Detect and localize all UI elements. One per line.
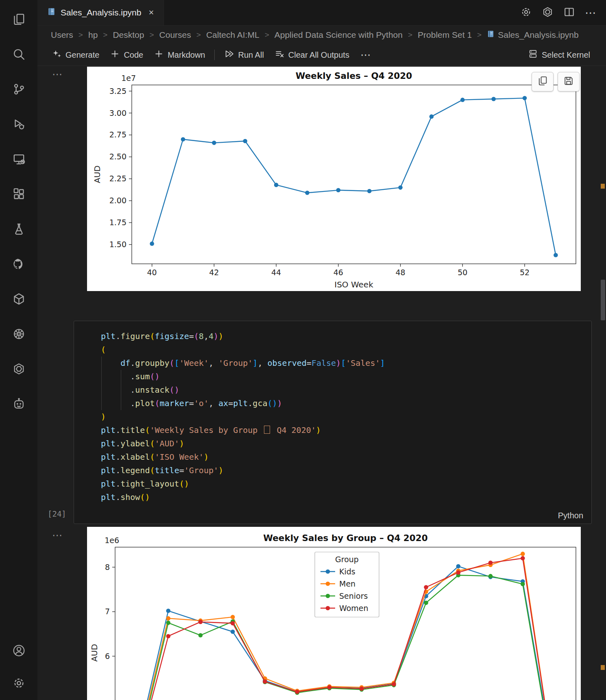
- svg-text:46: 46: [334, 268, 343, 277]
- output-cell-2: ⋯ 6781e6Weekly Sales by Group – Q4 2020A…: [37, 527, 606, 700]
- breadcrumb: Users>hp>Desktop>Courses>Caltech AI:ML>A…: [37, 26, 606, 44]
- add-code-button[interactable]: Code: [105, 47, 148, 63]
- chart-output-weekly-sales: 1.501.752.002.252.502.753.003.2540424446…: [87, 67, 581, 291]
- github-icon[interactable]: [9, 254, 28, 274]
- docker-icon[interactable]: [9, 289, 28, 309]
- code-editor[interactable]: plt.figure(figsize=(8,4))( df.groupby(['…: [74, 321, 591, 504]
- code-line[interactable]: plt.ylabel('AUD'): [101, 437, 591, 450]
- add-markdown-button[interactable]: Markdown: [148, 47, 210, 63]
- tab-sales-analysis[interactable]: Sales_Analysis.ipynb ×: [37, 0, 164, 25]
- breadcrumb-item[interactable]: Problem Set 1: [418, 30, 472, 40]
- svg-text:3.25: 3.25: [109, 87, 126, 96]
- notebook-icon: [47, 7, 56, 18]
- output-cell-1: ⋯ 1.501.752.002.252.502.753.003.25404244…: [37, 66, 606, 291]
- chart-output-weekly-sales-by-group: 6781e6Weekly Sales by Group – Q4 2020AUD…: [87, 527, 581, 700]
- svg-text:44: 44: [271, 268, 281, 277]
- remote-explorer-icon[interactable]: [9, 149, 28, 169]
- explorer-icon[interactable]: [9, 9, 28, 29]
- kubernetes-icon[interactable]: [9, 324, 28, 343]
- breadcrumb-item[interactable]: Caltech AI:ML: [206, 30, 259, 40]
- run-all-button[interactable]: Run All: [219, 47, 269, 63]
- openai-icon[interactable]: [9, 359, 28, 378]
- svg-text:2.00: 2.00: [109, 196, 126, 205]
- search-icon[interactable]: [9, 44, 28, 64]
- breadcrumb-item[interactable]: Users: [51, 30, 73, 40]
- split-editor-icon[interactable]: [563, 6, 575, 20]
- openai-icon[interactable]: [542, 6, 554, 20]
- svg-text:42: 42: [209, 268, 219, 277]
- code-cell-block: [24] plt.figure(figsize=(8,4))( df.group…: [74, 321, 592, 524]
- chevron-right-icon: >: [477, 30, 482, 39]
- code-line[interactable]: .plot(marker='o', ax=plt.gca()): [101, 397, 591, 410]
- cell-more-icon[interactable]: ⋯: [52, 68, 63, 80]
- tab-title: Sales_Analysis.ipynb: [61, 8, 141, 17]
- settings-gear-icon[interactable]: [520, 6, 532, 20]
- add-markdown-label: Markdown: [168, 50, 205, 60]
- code-line[interactable]: plt.xlabel('ISO Week'): [101, 450, 591, 464]
- notebook-toolbar: Generate Code Markdown Run All Clear All…: [37, 44, 606, 66]
- close-icon[interactable]: ×: [148, 7, 154, 18]
- breadcrumb-file[interactable]: Sales_Analysis.ipynb: [487, 30, 578, 40]
- weekly-sales-by-group-chart: 6781e6Weekly Sales by Group – Q4 2020AUD…: [87, 527, 581, 700]
- svg-text:ISO Week: ISO Week: [334, 280, 373, 289]
- plus-icon: [110, 49, 120, 61]
- more-actions-icon[interactable]: ⋯: [585, 7, 596, 19]
- testing-icon[interactable]: [9, 219, 28, 239]
- copy-output-button[interactable]: [532, 72, 554, 91]
- generate-label: Generate: [65, 50, 99, 60]
- svg-text:Men: Men: [339, 579, 355, 588]
- chevron-right-icon: >: [78, 30, 83, 39]
- select-kernel-button[interactable]: Select Kernel: [523, 47, 595, 63]
- code-line[interactable]: plt.legend(title='Group'): [101, 464, 591, 477]
- ai-assistant-icon[interactable]: [9, 394, 28, 413]
- code-line[interactable]: .unstack(): [101, 383, 591, 397]
- code-line[interactable]: df.groupby(['Week', 'Group'], observed=F…: [101, 357, 591, 370]
- clear-outputs-icon: [275, 49, 285, 61]
- code-line[interactable]: plt.show(): [101, 491, 591, 504]
- svg-text:AUD: AUD: [92, 165, 102, 183]
- breadcrumb-item[interactable]: Applied Data Science with Python: [275, 30, 403, 40]
- account-icon[interactable]: [9, 641, 28, 660]
- source-control-icon[interactable]: [9, 79, 28, 99]
- svg-text:1e7: 1e7: [121, 74, 136, 83]
- settings-gear-icon[interactable]: [9, 673, 28, 693]
- clear-all-outputs-button[interactable]: Clear All Outputs: [269, 47, 355, 63]
- overview-ruler-mark: [601, 184, 605, 189]
- svg-text:AUD: AUD: [89, 644, 99, 662]
- svg-text:1.75: 1.75: [109, 218, 126, 227]
- run-and-debug-icon[interactable]: [9, 114, 28, 134]
- cell-more-icon[interactable]: ⋯: [52, 529, 63, 541]
- chevron-right-icon: >: [196, 30, 201, 39]
- notebook-editor: ⋯ 1.501.752.002.252.502.753.003.25404244…: [37, 66, 606, 700]
- save-output-button[interactable]: [558, 72, 580, 91]
- toolbar-more-icon[interactable]: ⋯: [355, 49, 377, 61]
- breadcrumb-item[interactable]: hp: [88, 30, 98, 40]
- svg-text:50: 50: [458, 268, 467, 277]
- weekly-sales-chart: 1.501.752.002.252.502.753.003.2540424446…: [87, 67, 581, 291]
- breadcrumb-item[interactable]: Desktop: [113, 30, 144, 40]
- svg-text:1.50: 1.50: [109, 240, 126, 249]
- code-line[interactable]: (: [101, 343, 591, 357]
- vscode-window: Sales_Analysis.ipynb × ⋯ Users>hp>Deskto…: [0, 0, 606, 700]
- code-line[interactable]: plt.title('Weekly Sales by Group – Q4 20…: [101, 424, 591, 437]
- svg-text:3.00: 3.00: [109, 109, 126, 117]
- breadcrumb-item[interactable]: Courses: [159, 30, 191, 40]
- code-line[interactable]: plt.tight_layout(): [101, 477, 591, 491]
- code-line[interactable]: .sum(): [101, 370, 591, 383]
- code-line[interactable]: plt.figure(figsize=(8,4)): [101, 330, 591, 343]
- svg-text:Group: Group: [335, 555, 359, 564]
- code-cell[interactable]: plt.figure(figsize=(8,4))( df.groupby(['…: [74, 321, 592, 524]
- svg-text:48: 48: [395, 268, 405, 277]
- svg-text:2.75: 2.75: [109, 130, 126, 139]
- kernel-icon: [528, 49, 538, 61]
- scrollbar-thumb[interactable]: [601, 280, 605, 320]
- run-all-label: Run All: [238, 50, 264, 60]
- svg-text:6: 6: [105, 652, 110, 661]
- generate-button[interactable]: Generate: [46, 47, 105, 63]
- code-line[interactable]: ): [101, 410, 591, 424]
- svg-text:2.50: 2.50: [109, 152, 126, 161]
- overview-ruler-mark: [601, 665, 605, 670]
- extensions-icon[interactable]: [9, 184, 28, 204]
- language-picker[interactable]: Python: [558, 511, 583, 520]
- toolbar-divider: [214, 50, 215, 60]
